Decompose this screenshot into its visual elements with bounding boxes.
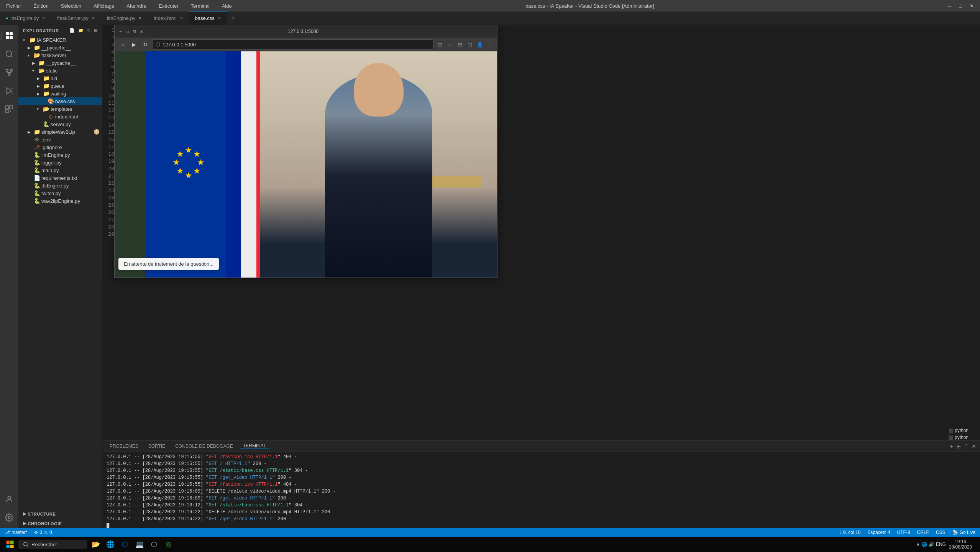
status-line-ending[interactable]: CRLF [916, 530, 931, 535]
cast-icon[interactable]: ⊡ [436, 40, 444, 49]
new-folder-icon[interactable]: 📁 [78, 28, 84, 33]
tab-problems[interactable]: PROBLEMES [107, 444, 141, 449]
sidebar-item-requirements[interactable]: 📄 requirements.txt [18, 174, 102, 182]
taskbar-search[interactable]: Rechercher [18, 540, 87, 549]
tab-base-css[interactable]: base.css ✕ [189, 12, 227, 25]
address-bar[interactable]: 127.0.0.1:5000 [152, 39, 433, 49]
menu-item-aide[interactable]: Aide [220, 2, 234, 10]
terminal-split-btn[interactable]: ⊞ [956, 443, 961, 449]
sidebar-item-main[interactable]: 🐍 main.py [18, 166, 102, 174]
taskbar-github[interactable]: ⬡ [147, 537, 161, 551]
tab-output[interactable]: SORTIE [145, 444, 168, 449]
forward-button[interactable]: ▶ [129, 40, 138, 49]
menu-item-atteindre[interactable]: Atteindre [124, 2, 149, 10]
sidebar-item-pycache-1[interactable]: ▶ 📁 __pycache__ [18, 44, 102, 51]
sidebar-item-logger[interactable]: 🐍 logger.py [18, 159, 102, 166]
tab-llmengine-close[interactable]: ✕ [138, 16, 142, 21]
sidebar-item-pycache-2[interactable]: ▶ 📁 __pycache__ [18, 59, 102, 67]
tab-index-html[interactable]: index.html ✕ [148, 12, 189, 25]
menu-item-executer[interactable]: Exécuter [156, 2, 181, 10]
status-language[interactable]: CSS [934, 530, 947, 535]
tab-terminal[interactable]: TERMINAL [240, 443, 269, 449]
activity-explorer[interactable] [2, 28, 17, 43]
status-line-col[interactable]: L 9, col 10 [838, 530, 862, 535]
tab-flaskserver[interactable]: flaskServer.py ✕ [51, 12, 101, 25]
start-button[interactable] [3, 537, 17, 551]
more-icon[interactable]: ⋮ [486, 40, 494, 49]
sidebar-item-templates[interactable]: ▾ 📂 templates [18, 105, 102, 113]
terminal-close-btn[interactable]: ✕ [972, 443, 976, 449]
tray-battery[interactable]: ENG [936, 542, 946, 547]
tray-chevron[interactable]: ∧ [916, 542, 920, 547]
sidebar-item-twitch[interactable]: 🐍 twitch.py [18, 189, 102, 197]
screenshot-icon[interactable]: ◫ [466, 40, 474, 49]
taskbar-terminal[interactable]: 💻 [133, 537, 146, 551]
tab-debug[interactable]: CONSOLE DE DEBOGAGE [172, 444, 236, 449]
sidebar-item-ttsengine[interactable]: 🐍 ttsEngine.py [18, 182, 102, 189]
activity-search[interactable] [2, 46, 17, 62]
clock[interactable]: 19:16 28/08/2023 [949, 539, 972, 550]
tab-flaskserver-close[interactable]: ✕ [92, 16, 95, 21]
sidebar-item-index-html[interactable]: ◇ index.html [18, 113, 102, 120]
sidebar-item-wav2lip[interactable]: 🐍 wav2lipEngine.py [18, 197, 102, 205]
activity-source-control[interactable] [2, 65, 17, 80]
sidebar-item-server-py[interactable]: 🐍 server.py [18, 120, 102, 128]
sidebar-item-base-css[interactable]: 🎨 base.css [18, 97, 102, 105]
taskbar-chrome[interactable]: ◎ [162, 537, 176, 551]
new-tab-button[interactable]: + [227, 14, 239, 22]
status-errors[interactable]: ⊗ 0 ⚠ 0 [33, 530, 53, 535]
close-button[interactable]: ✕ [967, 3, 976, 9]
tray-volume[interactable]: 🔊 [929, 542, 934, 547]
refresh-button[interactable]: ↻ [141, 40, 150, 49]
tab-index-close[interactable]: ✕ [180, 16, 183, 21]
menu-item-fichier[interactable]: Fichier [4, 2, 23, 10]
sidebar-item-old[interactable]: ▶ 📁 old [18, 74, 102, 82]
status-encoding[interactable]: UTF-8 [896, 530, 912, 535]
menu-item-selection[interactable]: Sélection [59, 2, 84, 10]
menu-item-terminal[interactable]: Terminal [189, 2, 212, 10]
status-go-live[interactable]: 📡 Go Live [951, 530, 977, 535]
taskbar-vscode[interactable]: ⬡ [118, 537, 132, 551]
tab-llmengine[interactable]: llmEngine.py ✕ [101, 12, 148, 25]
taskbar-browser[interactable]: 🌐 [103, 537, 117, 551]
terminal-maximize-btn[interactable]: ⌃ [964, 443, 969, 449]
sidebar-item-waiting[interactable]: ▶ 📁 waiting [18, 90, 102, 97]
browser-restore-btn[interactable]: □ [125, 29, 130, 34]
minimize-button[interactable]: ─ [946, 3, 954, 9]
terminal-add-btn[interactable]: + [950, 443, 953, 449]
collapse-icon[interactable]: ⊟ [94, 28, 98, 33]
sidebar-section-chronologie[interactable]: ▶ CHRONOLOGIE [18, 519, 102, 528]
sidebar-item-static[interactable]: ▾ 📂 static [18, 67, 102, 74]
browser-close-btn[interactable]: ✕ [139, 29, 144, 34]
activity-accounts[interactable] [2, 491, 17, 507]
sidebar-item-gitignore[interactable]: ⎇ .gitignore [18, 143, 102, 151]
browser-minimize-btn[interactable]: ─ [118, 29, 123, 34]
tab-ttsengine[interactable]: ● ttsEngine.py ✕ [0, 12, 51, 25]
tab-base-css-close[interactable]: ✕ [218, 16, 221, 21]
browser-maximize-btn[interactable]: ⧉ [132, 29, 137, 34]
bookmark-icon[interactable]: ☆ [446, 40, 454, 49]
taskbar-explorer[interactable]: 📂 [89, 537, 103, 551]
tray-network[interactable]: 🌐 [921, 542, 927, 547]
profile-icon[interactable]: 👤 [476, 40, 484, 49]
sidebar-item-env[interactable]: ⚙ .env [18, 136, 102, 143]
new-file-icon[interactable]: 📄 [69, 28, 75, 33]
translate-icon[interactable]: ⊞ [456, 40, 464, 49]
sidebar-item-flaskserver[interactable]: ▾ 📂 flaskServer [18, 51, 102, 59]
activity-settings[interactable] [2, 510, 17, 525]
menu-item-edition[interactable]: Édition [31, 2, 51, 10]
sidebar-item-llmengine[interactable]: 🐍 llmEngine.py [18, 151, 102, 159]
status-branch[interactable]: ⎇ master* [3, 530, 29, 535]
tab-ttsengine-close[interactable]: ✕ [42, 16, 45, 21]
back-button[interactable]: ◀ [118, 40, 127, 49]
menu-item-affichage[interactable]: Affichage [91, 2, 117, 10]
status-spaces[interactable]: Espaces: 4 [866, 530, 891, 535]
activity-extensions[interactable] [2, 102, 17, 117]
sidebar-item-queue[interactable]: ▶ 📁 queue [18, 82, 102, 90]
maximize-button[interactable]: □ [957, 3, 964, 9]
refresh-icon[interactable]: ↻ [87, 28, 91, 33]
sidebar-item-simplewav2lip[interactable]: ▶ 📁 simpleWav2Lip ! [18, 128, 102, 136]
sidebar-section-structure[interactable]: ▶ STRUCTURE [18, 509, 102, 519]
activity-run[interactable] [2, 83, 17, 99]
sidebar-item-ia-speaker[interactable]: ▾ 📁 IA SPEAKER [18, 36, 102, 44]
